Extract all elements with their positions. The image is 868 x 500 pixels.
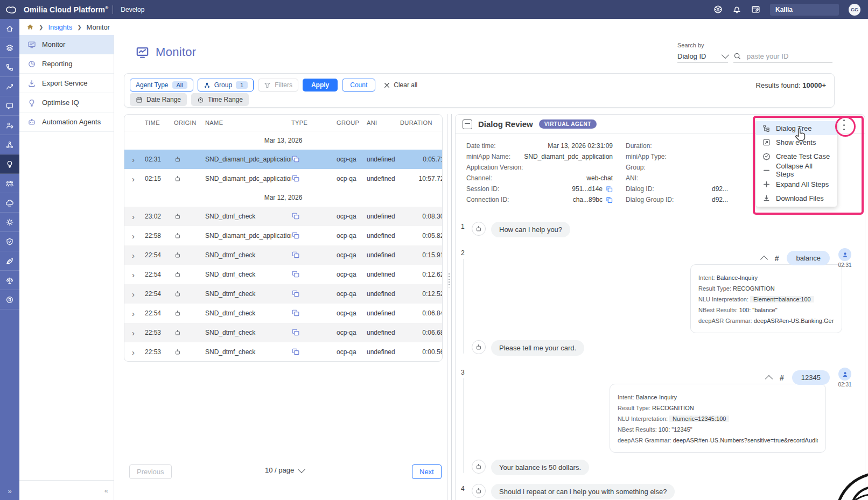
type-chat-icon [291, 231, 337, 240]
menu-item-expand-all-steps[interactable]: Expand All Steps [756, 177, 837, 191]
hash-icon[interactable]: # [775, 254, 779, 263]
apply-button[interactable]: Apply [303, 79, 338, 91]
rail-cloud-deploy-icon[interactable] [0, 193, 19, 213]
menu-item-create-test-case[interactable]: Create Test Case [756, 149, 837, 163]
clear-all-label: Clear all [394, 81, 417, 89]
row-expand-chevron[interactable]: › [124, 175, 145, 183]
table-row[interactable]: › 23:02 SND_dtmf_check ocp-qa undefined … [124, 207, 443, 226]
avatar[interactable]: GG [849, 4, 860, 16]
duration-cell: 10:57.720 [400, 175, 443, 182]
table-row[interactable]: › 22:58 SND_diamant_pdc_application ocp-… [124, 226, 443, 245]
clear-all-button[interactable]: Clear all [384, 81, 417, 89]
search-input[interactable] [746, 52, 829, 61]
rail-orchestrator-icon[interactable] [0, 135, 19, 154]
sidebar-item-monitor[interactable]: Monitor [19, 35, 114, 54]
menu-item-collapse-all-steps[interactable]: Collapse All Steps [756, 163, 837, 177]
copy-icon[interactable] [606, 186, 613, 193]
next-button[interactable]: Next [412, 464, 442, 479]
rail-chat-icon[interactable] [0, 96, 19, 116]
row-expand-chevron[interactable]: › [124, 271, 145, 279]
rail-agent-settings-icon[interactable] [0, 116, 19, 135]
table-row[interactable]: › 02:15 SND_diamant_pdc_application ocp-… [124, 169, 443, 188]
rail-expand-chevron[interactable]: » [0, 484, 19, 498]
row-expand-chevron[interactable]: › [124, 213, 145, 221]
recognition-details-card: Intent: Balance-Inquiry Result Type: REC… [610, 384, 826, 453]
duration-cell: 0:15.915 [400, 251, 443, 259]
calendar-icon [136, 96, 143, 103]
table-row[interactable]: › 02:31 SND_diamant_pdc_application ocp-… [124, 150, 443, 169]
table-row[interactable]: › 22:54 SND_dtmf_check ocp-qa undefined … [124, 284, 443, 304]
rail-registered-icon[interactable] [0, 290, 19, 309]
more-options-kebab-icon[interactable] [842, 119, 845, 130]
name-cell: SND_dtmf_check [205, 271, 291, 278]
detail-key: Intent: [618, 394, 634, 400]
table-row[interactable]: › 22:53 SND_dtmf_check ocp-qa undefined … [124, 342, 443, 362]
sidebar-item-export-service[interactable]: Export Service [19, 74, 114, 93]
col-type: TYPE [291, 119, 337, 126]
user-select[interactable]: Kallia [770, 4, 839, 16]
table-row[interactable]: › 22:54 SND_dtmf_check ocp-qa undefined … [124, 304, 443, 323]
menu-item-show-events[interactable]: Show events [756, 135, 837, 149]
apps-wheel-icon[interactable] [713, 5, 723, 14]
breadcrumb-insights[interactable]: Insights [48, 23, 72, 31]
table-row[interactable]: › 22:54 SND_dtmf_check ocp-qa undefined … [124, 245, 443, 265]
copy-icon[interactable] [606, 196, 613, 203]
date-range-chip[interactable]: Date Range [130, 93, 187, 106]
sidebar-item-reporting[interactable]: Reporting [19, 54, 114, 74]
resize-handle-dots[interactable] [449, 273, 450, 287]
page-size-select[interactable]: 10 / page [265, 466, 304, 474]
menu-item-download-files[interactable]: Download Files [756, 191, 837, 205]
rail-insights-icon[interactable] [0, 154, 19, 174]
table-row[interactable]: › 22:53 SND_dtmf_check ocp-qa undefined … [124, 323, 443, 342]
row-expand-chevron[interactable]: › [124, 329, 145, 337]
search-type-select[interactable]: Dialog ID [677, 50, 728, 62]
search-type-value: Dialog ID [677, 52, 706, 60]
rail-miniapps-icon[interactable] [0, 38, 19, 58]
rail-home-icon[interactable] [0, 19, 19, 38]
clock-icon [197, 96, 204, 103]
detail-label: Dialog ID: [626, 185, 654, 193]
table-row[interactable]: › 22:54 SND_dtmf_check ocp-qa undefined … [124, 265, 443, 284]
rail-audience-icon[interactable] [0, 174, 19, 193]
rail-dove-icon[interactable] [0, 251, 19, 271]
agent-type-filter-button[interactable]: Agent Type All [130, 79, 193, 91]
row-expand-chevron[interactable]: › [124, 156, 145, 164]
notifications-bell-icon[interactable] [732, 5, 741, 14]
row-expand-chevron[interactable]: › [124, 232, 145, 240]
sidebar-collapse-chevron[interactable]: « [104, 487, 108, 495]
sidebar-item-automation-agents[interactable]: Automation Agents [19, 112, 114, 132]
rail-security-icon[interactable] [0, 232, 19, 251]
row-expand-chevron[interactable]: › [124, 290, 145, 298]
rail-analytics-icon[interactable] [0, 77, 19, 96]
rail-automation-icon[interactable] [0, 213, 19, 232]
breadcrumb-home-icon[interactable] [26, 23, 34, 31]
type-chat-icon [291, 155, 337, 164]
row-expand-chevron[interactable]: › [124, 309, 145, 318]
group-filter-button[interactable]: Group 1 [198, 79, 254, 91]
row-expand-chevron[interactable]: › [124, 251, 145, 259]
brand-title: Omilia Cloud Platform® [24, 5, 108, 14]
detail-value: 951...d14e [572, 185, 603, 193]
collapse-step-chevron-icon[interactable] [760, 255, 768, 263]
rail-dialing-icon[interactable] [0, 58, 19, 77]
rail-compliance-icon[interactable] [0, 271, 19, 290]
panel-resize-divider[interactable] [447, 114, 452, 500]
ani-cell: undefined [367, 290, 400, 298]
duration-cell: 0:06.683 [400, 329, 443, 336]
date-range-label: Date Range [146, 96, 181, 103]
release-notes-icon[interactable] [751, 5, 760, 14]
col-name: NAME [205, 119, 291, 126]
sidebar-item-optimise-iq[interactable]: Optimise IQ [19, 93, 114, 112]
results-count: Results found: 10000+ [756, 81, 826, 89]
collapse-step-chevron-icon[interactable] [765, 375, 773, 382]
collapse-panel-icon[interactable] [463, 119, 472, 129]
filters-button[interactable]: Filters [258, 79, 298, 91]
menu-item-dialog-tree[interactable]: Dialog Tree [756, 121, 837, 135]
count-button[interactable]: Count [342, 79, 375, 91]
previous-button[interactable]: Previous [129, 464, 172, 479]
time-range-chip[interactable]: Time Range [191, 93, 249, 106]
detail-label: miniApp Type: [626, 153, 667, 160]
time-cell: 22:58 [145, 232, 174, 240]
hash-icon[interactable]: # [780, 374, 784, 382]
row-expand-chevron[interactable]: › [124, 348, 145, 356]
